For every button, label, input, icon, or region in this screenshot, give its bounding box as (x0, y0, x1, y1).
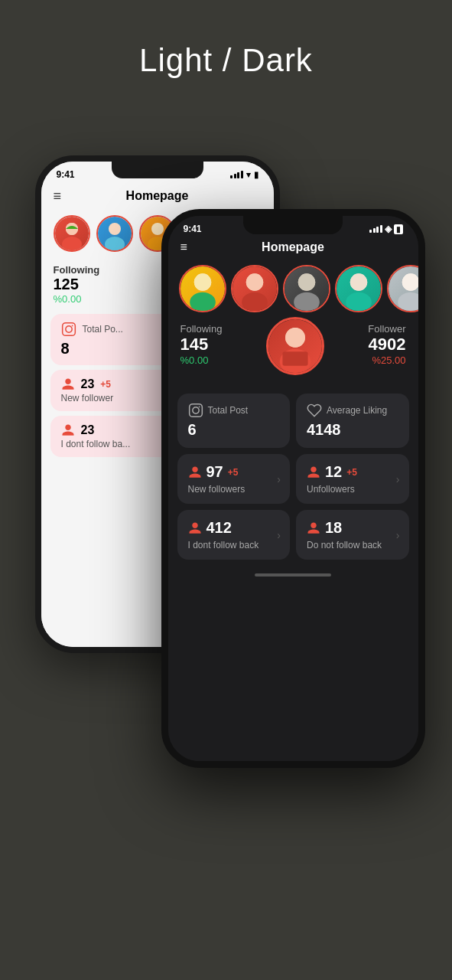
new-followers-label: New followers (188, 484, 280, 495)
avatar-0-light[interactable] (54, 215, 90, 252)
dont-follow-back-card-dark[interactable]: 412 I dont follow back › (177, 510, 291, 560)
svg-point-20 (298, 273, 314, 290)
svg-point-10 (65, 326, 71, 332)
avatar-1-light[interactable] (96, 215, 133, 252)
following-count-dark: 145 (180, 335, 223, 354)
follower-label-dark: Follower (368, 323, 405, 335)
status-icons-light: ▾ ▮ (230, 170, 259, 180)
user-icon-new-followers (188, 466, 202, 479)
stats-header-dark: Following 145 %0.00 (168, 320, 418, 387)
time-dark: 9:41 (184, 224, 202, 234)
app-title-dark: Homepage (262, 240, 324, 254)
notch-dark (243, 216, 343, 234)
avg-liking-icon-row: Average Liking (307, 403, 387, 418)
avatar-1-dark[interactable] (231, 265, 278, 312)
svg-point-19 (294, 292, 320, 311)
svg-point-1 (62, 237, 82, 250)
metrics-grid-dark: 97 +5 New followers › 12 +5 Unfo (168, 454, 418, 566)
svg-point-5 (151, 223, 164, 235)
do-not-follow-back-card-dark[interactable]: 18 Do not follow back › (296, 510, 409, 560)
dont-follow-count-light: 23 (81, 423, 95, 437)
new-followers-arrow: › (277, 473, 281, 485)
total-post-label-light: Total Po... (83, 324, 123, 335)
svg-point-23 (350, 273, 366, 290)
avatar-2-dark[interactable] (283, 265, 330, 312)
avatar-0-dark[interactable] (179, 265, 226, 312)
follower-percent-dark: %25.00 (368, 354, 405, 366)
avg-liking-card-dark[interactable]: Average Liking 4148 (296, 394, 409, 448)
page-title: Light / Dark (139, 42, 313, 79)
following-label-dark: Following (180, 323, 223, 335)
svg-point-11 (71, 325, 73, 327)
unfollowers-card-dark[interactable]: 12 +5 Unfollowers › (296, 454, 409, 504)
svg-point-14 (193, 273, 210, 290)
new-follower-count-light: 23 (81, 377, 95, 391)
total-post-icon-row: Total Post (188, 403, 249, 418)
new-follower-plus-light: +5 (100, 379, 111, 390)
phones-container: 9:41 ▾ ▮ ≡ Homepage (20, 109, 433, 844)
total-post-label-dark: Total Post (208, 405, 249, 416)
instagram-icon-dark (188, 403, 203, 418)
header-light: ≡ Homepage (41, 183, 274, 209)
avg-liking-count-dark: 4148 (307, 421, 341, 439)
menu-icon-light[interactable]: ≡ (54, 188, 62, 204)
user-icon-new-follower-light (61, 377, 75, 391)
svg-point-4 (105, 237, 125, 250)
svg-point-25 (398, 292, 418, 311)
svg-rect-30 (282, 351, 307, 365)
do-not-follow-back-arrow: › (396, 529, 400, 541)
svg-rect-31 (189, 404, 202, 417)
do-not-follow-back-number: 18 (325, 519, 342, 537)
follower-block-dark: Follower 4902 %25.00 (368, 323, 405, 366)
dont-follow-back-number: 412 (206, 519, 232, 537)
wifi-icon-dark: ◈ (385, 224, 392, 234)
svg-point-33 (198, 407, 200, 408)
following-block-dark: Following 145 %0.00 (180, 323, 223, 366)
app-title-light: Homepage (126, 189, 189, 203)
user-icon-unfollowers (307, 466, 320, 479)
menu-icon-dark[interactable]: ≡ (180, 240, 187, 254)
heart-icon-dark (307, 403, 322, 418)
dark-screen: 9:41 ◈ ▮ ≡ Homepage (168, 216, 418, 761)
notch-light (112, 162, 203, 178)
dont-follow-back-arrow: › (277, 529, 281, 541)
battery-icon-light: ▮ (254, 170, 259, 180)
following-percent-dark: %0.00 (180, 354, 223, 366)
svg-point-16 (242, 292, 268, 311)
stats-row-dark: Total Post 6 Average Liking 4148 (168, 387, 418, 454)
avg-liking-label-dark: Average Liking (327, 405, 387, 416)
new-followers-number: 97 (206, 463, 223, 481)
instagram-icon-light (61, 322, 76, 337)
user-icon-dont-follow-dark (188, 521, 202, 535)
home-indicator-dark (255, 573, 331, 577)
battery-icon-dark: ▮ (394, 224, 403, 234)
svg-point-3 (109, 223, 121, 235)
svg-point-17 (246, 273, 262, 290)
avatar-4-dark[interactable] (387, 265, 418, 312)
svg-rect-9 (62, 323, 75, 336)
unfollowers-label: Unfollowers (307, 484, 398, 495)
total-post-count-dark: 6 (188, 421, 197, 439)
header-dark: ≡ Homepage (168, 236, 418, 260)
time-light: 9:41 (57, 169, 75, 180)
signal-bars-dark (369, 225, 382, 233)
follower-count-dark: 4902 (368, 335, 405, 354)
new-followers-card-dark[interactable]: 97 +5 New followers › (177, 454, 291, 504)
svg-point-32 (192, 407, 198, 413)
avatar-3-dark[interactable] (335, 265, 382, 312)
dont-follow-back-label: I dont follow back (188, 540, 280, 550)
unfollowers-plus: +5 (346, 467, 357, 478)
total-post-card-dark[interactable]: Total Post 6 (177, 394, 291, 448)
unfollowers-number: 12 (325, 463, 342, 481)
avatars-row-dark (168, 260, 418, 320)
user-icon-do-not-follow-dark (307, 521, 320, 535)
svg-point-26 (402, 273, 418, 290)
svg-point-29 (285, 328, 305, 348)
unfollowers-arrow: › (396, 473, 400, 485)
center-avatar-dark (266, 317, 324, 375)
signal-bars-light (230, 171, 243, 178)
dark-phone: 9:41 ◈ ▮ ≡ Homepage (161, 209, 425, 768)
user-icon-dont-follow-light (61, 423, 75, 437)
wifi-icon-light: ▾ (246, 170, 251, 180)
svg-point-13 (190, 292, 216, 311)
